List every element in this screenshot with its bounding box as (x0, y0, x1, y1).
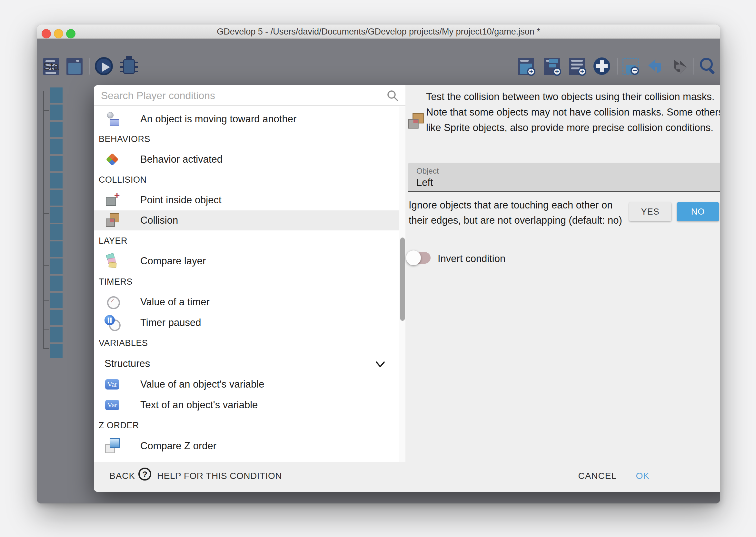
search-bar (94, 85, 405, 106)
preview-play-icon[interactable] (95, 57, 113, 76)
event-tree-stub (43, 301, 49, 301)
event-tree-stub (43, 329, 49, 330)
section-header-z-order: Z ORDER (94, 415, 405, 435)
collision-icon (104, 213, 120, 228)
add-more-icon[interactable] (593, 57, 611, 76)
add-event-icon[interactable]: + (517, 57, 535, 76)
section-header-timers: TIMERS (94, 272, 405, 292)
help-icon[interactable]: ? (138, 468, 151, 480)
no-button[interactable]: NO (677, 202, 719, 221)
window-title: GDevelop 5 - /Users/david/Documents/GDev… (37, 24, 720, 39)
scene-tab-label: Sta (43, 61, 59, 73)
dialog-footer: BACK ? HELP FOR THIS CONDITION CANCEL OK (94, 462, 720, 492)
scene-editor-icon[interactable] (66, 57, 84, 76)
cancel-button[interactable]: CANCEL (578, 471, 617, 481)
object-field-label: Object (416, 167, 439, 176)
event-tree-stub (43, 265, 49, 266)
variable-icon: Var (104, 397, 120, 413)
ignore-edges-label: Ignore objects that are touching each ot… (409, 197, 628, 228)
title-bar: GDevelop 5 - /Users/david/Documents/GDev… (37, 24, 720, 39)
add-comment-icon[interactable]: + (568, 57, 586, 76)
chevron-down-icon[interactable] (374, 358, 386, 370)
section-header-behaviors: BEHAVIORS (94, 129, 405, 149)
add-sub-event-icon[interactable]: + (543, 57, 561, 76)
section-header-variables: VARIABLES (94, 333, 405, 353)
debug-icon[interactable] (120, 57, 138, 76)
toolbar-divider (89, 58, 90, 74)
object-field-value[interactable]: Left (416, 177, 433, 188)
toggle-thumb[interactable] (406, 250, 421, 265)
toolbar-divider (694, 58, 694, 74)
ok-button[interactable]: OK (636, 471, 650, 481)
condition-details-panel: Test the collision between two objects u… (405, 85, 720, 462)
choose-condition-dialog: An object is moving toward another BEHAV… (94, 85, 720, 492)
object-field[interactable]: Object Left (408, 163, 720, 192)
event-tree-stub (43, 348, 49, 349)
help-button[interactable]: HELP FOR THIS CONDITION (157, 471, 282, 481)
conditions-list: An object is moving toward another BEHAV… (94, 106, 405, 462)
undo-icon[interactable] (646, 57, 664, 76)
conditions-list-panel: An object is moving toward another BEHAV… (94, 85, 405, 462)
section-header-position: POSITION (94, 456, 405, 462)
list-item-compare-z-order[interactable]: Compare Z order (94, 436, 405, 456)
section-header-layer: LAYER (94, 231, 405, 251)
event-tree-stub (43, 162, 49, 162)
redo-icon[interactable] (671, 57, 689, 76)
app-window: GDevelop 5 - /Users/david/Documents/GDev… (37, 24, 720, 503)
behavior-icon (104, 152, 120, 167)
moving-toward-icon (104, 111, 120, 127)
section-header-collision: COLLISION (94, 170, 405, 190)
list-item-behavior-activated[interactable]: Behavior activated (94, 149, 405, 169)
condition-description: Test the collision between two objects u… (426, 89, 720, 136)
scrollbar-thumb[interactable] (400, 237, 405, 321)
delete-event-icon[interactable] (622, 57, 640, 76)
list-item-timer-paused[interactable]: Timer paused (94, 313, 405, 333)
point-inside-icon (104, 192, 120, 208)
event-tree-stub (43, 110, 49, 111)
z-order-icon (104, 438, 120, 454)
list-item-point-inside[interactable]: Point inside object (94, 190, 405, 210)
list-scrollbar[interactable] (399, 106, 405, 462)
collision-icon-large (407, 112, 427, 133)
layers-icon (104, 253, 120, 269)
list-item-moving-toward[interactable]: An object is moving toward another (94, 109, 405, 129)
list-item-variable-value[interactable]: Var Value of an object's variable (94, 374, 405, 394)
search-input[interactable] (101, 88, 388, 103)
invert-condition-label: Invert condition (438, 253, 506, 265)
variable-icon: Var (104, 377, 120, 392)
group-row-structures[interactable]: Structures (94, 354, 405, 374)
list-item-collision-selected[interactable]: Collision (94, 210, 405, 230)
invert-condition-toggle[interactable] (408, 252, 431, 264)
list-item-variable-text[interactable]: Var Text of an object's variable (94, 395, 405, 415)
back-button[interactable]: BACK (109, 471, 135, 481)
list-item-compare-layer[interactable]: Compare layer (94, 251, 405, 271)
toolbar-divider (617, 58, 618, 74)
event-tree-line (43, 91, 44, 349)
list-item-timer-value[interactable]: Value of a timer (94, 292, 405, 312)
timer-icon (104, 294, 120, 310)
event-tree-stub (43, 213, 49, 214)
event-condition-column (50, 87, 62, 358)
yes-button[interactable]: YES (629, 202, 671, 221)
search-icon (386, 89, 399, 102)
timer-paused-icon (104, 315, 120, 330)
